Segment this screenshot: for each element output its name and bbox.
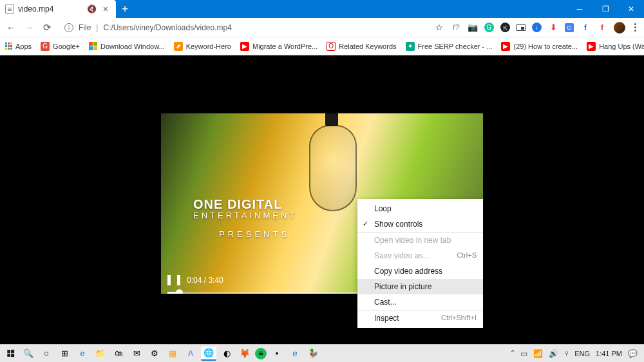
feed-icon[interactable]: f? [451, 23, 461, 33]
video-time: 0:04 / 3:40 [187, 276, 223, 285]
lang-indicator[interactable]: ENG [574, 350, 590, 357]
pause-button[interactable] [167, 275, 180, 285]
bookmark-item[interactable]: Apps [5, 43, 32, 50]
search-icon[interactable]: 🔍 [21, 347, 36, 361]
context-menu-item: Open video in new tab [357, 232, 483, 248]
usb-icon[interactable]: ⑂ [564, 349, 569, 358]
firefox-icon[interactable]: 🦊 [237, 347, 252, 361]
facebook-icon[interactable]: f [580, 23, 591, 33]
bookmark-icon: ▶ [501, 42, 510, 51]
bookmark-icon: ⬈ [174, 42, 183, 51]
bookmark-item[interactable]: ▶Migrate a WordPre... [240, 42, 317, 51]
menu-button[interactable] [632, 23, 639, 32]
bookmark-label: Free SERP checker - ... [418, 43, 493, 50]
bookmark-label: Keyword-Hero [186, 43, 231, 50]
context-menu-shortcut: Ctrl+Shift+I [441, 314, 477, 323]
tb-icon-3[interactable]: ◐ [219, 347, 234, 361]
bookmark-item[interactable]: ▶Hang Ups (Want Yo... [587, 42, 644, 51]
bookmark-item[interactable]: ORelated Keywords [327, 42, 396, 51]
tb-icon-5[interactable]: 🦆 [305, 347, 321, 361]
bookmark-label: Migrate a WordPre... [252, 43, 317, 50]
sound-icon[interactable]: 🔊 [549, 349, 558, 358]
bookmark-item[interactable]: ⬈Keyword-Hero [174, 42, 231, 51]
bookmark-label: (29) How to create... [513, 43, 578, 50]
tb-icon-2[interactable]: A [183, 347, 198, 361]
context-menu-label: Open video in new tab [374, 236, 451, 245]
notifications-icon[interactable]: 💬 [628, 349, 638, 358]
mute-icon[interactable]: 🔇 [87, 5, 97, 14]
bookmark-item[interactable]: GGoogle+ [41, 42, 80, 51]
bookmark-item[interactable]: ▶(29) How to create... [501, 42, 578, 51]
context-menu-label: Cast... [374, 298, 397, 307]
explorer-icon[interactable]: 📁 [93, 347, 108, 361]
file-icon [5, 5, 14, 14]
overlay-line2: ENTERTAINMENT [193, 211, 297, 220]
tab-title: video.mp4 [18, 5, 53, 14]
context-menu: LoopShow controlsOpen video in new tabSa… [357, 199, 483, 328]
context-menu-label: Show controls [374, 220, 422, 229]
start-button[interactable] [3, 347, 18, 361]
grammarly-icon[interactable]: G [484, 23, 494, 32]
system-tray[interactable]: ˄ ▭ 📶 🔊 ⑂ ENG 1:41 PM 💬 [511, 349, 641, 358]
minimize-button[interactable]: ─ [567, 0, 592, 18]
chrome-icon[interactable]: 🌐 [201, 347, 216, 361]
titlebar: video.mp4 🔇 × + ─ ❐ ✕ [0, 0, 644, 18]
context-menu-shortcut: Ctrl+S [457, 251, 477, 260]
close-tab-icon[interactable]: × [100, 4, 111, 14]
spotify-icon[interactable]: ≡ [255, 348, 267, 359]
taskview-icon[interactable]: ⊞ [57, 347, 72, 361]
bookmark-label: Google+ [53, 43, 80, 50]
profile-avatar[interactable] [614, 22, 625, 33]
context-menu-item[interactable]: Cast... [357, 294, 483, 310]
forward-button[interactable]: → [23, 22, 35, 33]
bookmark-item[interactable]: Download Window... [89, 42, 165, 50]
edge-legacy-icon[interactable]: e [287, 347, 303, 361]
ext-icon-1[interactable]: K [500, 23, 510, 32]
camera-icon[interactable]: 📷 [468, 23, 478, 33]
mail-icon[interactable]: ✉ [129, 347, 144, 361]
pip-icon[interactable] [516, 24, 526, 31]
cortana-icon[interactable]: ○ [39, 347, 54, 361]
settings-icon[interactable]: ⚙ [147, 347, 162, 361]
store-icon[interactable]: 🛍 [111, 347, 126, 361]
ext-icon-3[interactable]: G [565, 23, 574, 32]
star-icon[interactable]: ☆ [434, 23, 444, 33]
context-menu-item[interactable]: Loop [357, 201, 483, 216]
close-window-button[interactable]: ✕ [618, 0, 644, 18]
clock[interactable]: 1:41 PM [596, 350, 622, 357]
bookmark-icon [5, 43, 12, 50]
context-menu-label: Loop [374, 204, 392, 213]
ext-icon-4[interactable]: f [597, 23, 607, 33]
bookmark-icon: ✦ [406, 42, 415, 51]
video-frame-bulb [303, 113, 361, 229]
context-menu-item[interactable]: InspectCtrl+Shift+I [357, 310, 483, 326]
edge-icon[interactable]: e [75, 347, 90, 361]
battery-icon[interactable]: ▭ [520, 349, 527, 358]
bookmark-label: Apps [15, 43, 32, 50]
bookmark-label: Download Window... [100, 43, 165, 50]
context-menu-item: Save video as...Ctrl+S [357, 248, 483, 263]
overlay-line1: ONE DIGITAL [193, 197, 297, 212]
bookmark-item[interactable]: ✦Free SERP checker - ... [406, 42, 493, 51]
content-area: ONE DIGITAL ENTERTAINMENT PRESENTS 0:04 … [0, 55, 644, 344]
context-menu-item[interactable]: Show controls [357, 216, 483, 232]
tb-icon-4[interactable]: ▪ [269, 347, 285, 361]
reload-button[interactable]: ⟳ [41, 22, 53, 33]
context-menu-label: Copy video address [374, 267, 442, 276]
maximize-button[interactable]: ❐ [592, 0, 618, 18]
back-button[interactable]: ← [5, 22, 17, 33]
tray-chevron-icon[interactable]: ˄ [511, 349, 515, 358]
tb-icon-1[interactable]: ▦ [165, 347, 180, 361]
context-menu-item[interactable]: Picture in picture [357, 279, 483, 294]
bookmark-icon: G [41, 42, 50, 51]
info-icon[interactable]: i [64, 23, 73, 32]
bookmark-label: Related Keywords [339, 43, 396, 50]
browser-tab[interactable]: video.mp4 🔇 × [0, 0, 116, 18]
bookmark-icon [89, 42, 97, 50]
ext-icon-2[interactable]: ⬇ [548, 23, 558, 33]
download-icon[interactable]: ↓ [532, 23, 542, 32]
new-tab-button[interactable]: + [116, 0, 134, 18]
url-box[interactable]: i File | C:/Users/viney/Downloads/video.… [59, 23, 428, 32]
context-menu-item[interactable]: Copy video address [357, 263, 483, 279]
wifi-icon[interactable]: 📶 [533, 349, 543, 358]
